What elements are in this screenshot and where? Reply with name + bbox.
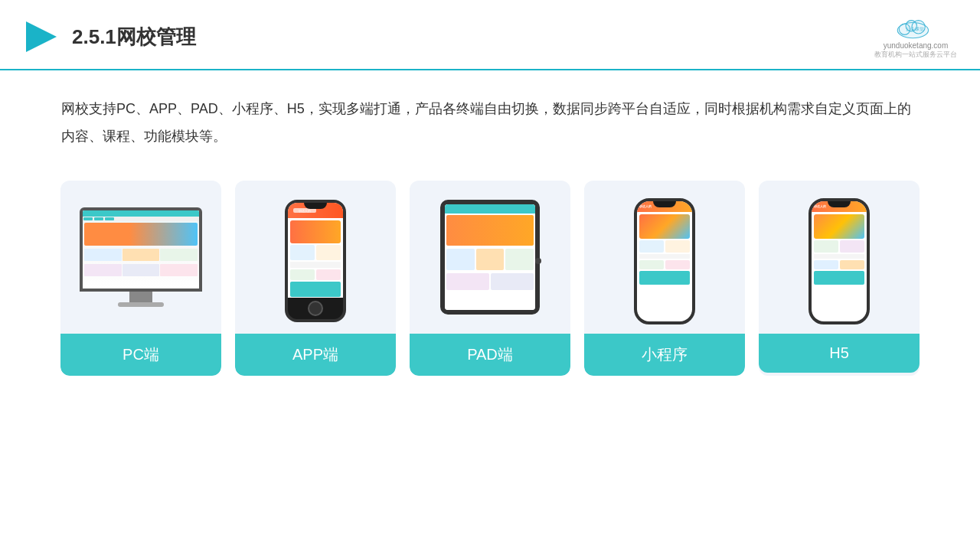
pad-mockup	[440, 200, 540, 322]
description-text: 网校支持PC、APP、PAD、小程序、H5，实现多端打通，产品各终端自由切换，数…	[0, 70, 980, 158]
cards-container: PC端 职达人的	[0, 158, 980, 376]
card-app-image: 职达人的	[235, 181, 396, 334]
card-pad-image	[410, 181, 570, 334]
card-pc-image	[60, 181, 221, 334]
svg-marker-0	[26, 21, 57, 52]
card-miniprogram-label: 小程序	[584, 334, 745, 376]
card-pad: PAD端	[410, 181, 570, 376]
logo-tagline: 教育机构一站式服务云平台	[874, 50, 957, 60]
card-app-label: APP端	[235, 334, 396, 376]
card-app: 职达人的	[235, 181, 396, 376]
pc-mockup	[80, 207, 202, 315]
header-left: 2.5.1网校管理	[23, 18, 196, 55]
card-pad-label: PAD端	[410, 334, 570, 376]
card-pc-label: PC端	[60, 334, 221, 376]
svg-text:云朵课堂: 云朵课堂	[906, 27, 924, 31]
play-icon	[23, 18, 60, 55]
card-h5-label: H5	[759, 334, 920, 373]
card-h5-image: 职达人的	[759, 181, 920, 334]
h5-mockup: 职达人的	[808, 198, 870, 324]
card-miniprogram-image: 职达人的	[584, 181, 745, 334]
page-title: 2.5.1网校管理	[72, 24, 196, 51]
logo-area: 云朵课堂 yunduoketang.com 教育机构一站式服务云平台	[874, 14, 957, 60]
miniprogram-mockup: 职达人的	[634, 198, 695, 324]
card-pc: PC端	[60, 181, 221, 376]
card-h5: 职达人的	[759, 181, 920, 376]
card-miniprogram: 职达人的	[584, 181, 745, 376]
page-header: 2.5.1网校管理 云朵课堂 yunduoketang.com 教育机构一站式服…	[0, 0, 980, 70]
app-mockup: 职达人的	[285, 200, 346, 322]
logo-icon: 云朵课堂	[893, 14, 939, 41]
logo-text: yunduoketang.com	[884, 41, 949, 50]
